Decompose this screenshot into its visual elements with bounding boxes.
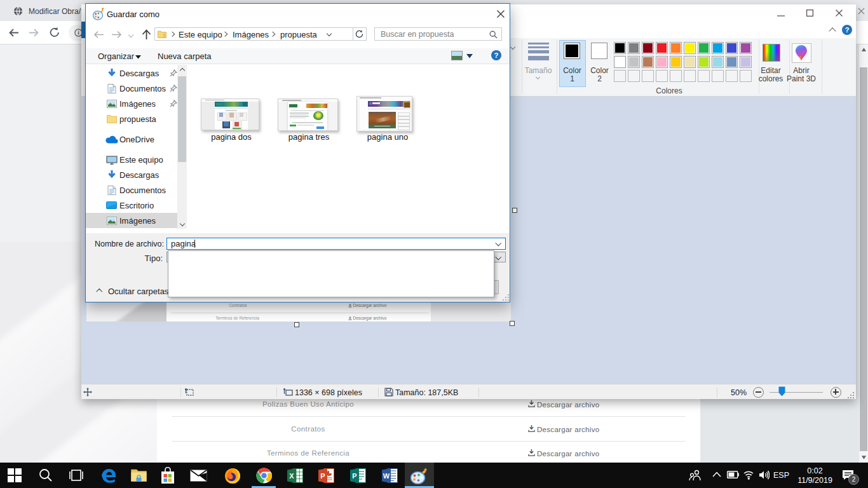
svg-text:P: P <box>352 472 356 480</box>
svg-text:X: X <box>289 472 294 480</box>
svg-text:W: W <box>383 472 390 480</box>
svg-text:P: P <box>320 472 325 480</box>
